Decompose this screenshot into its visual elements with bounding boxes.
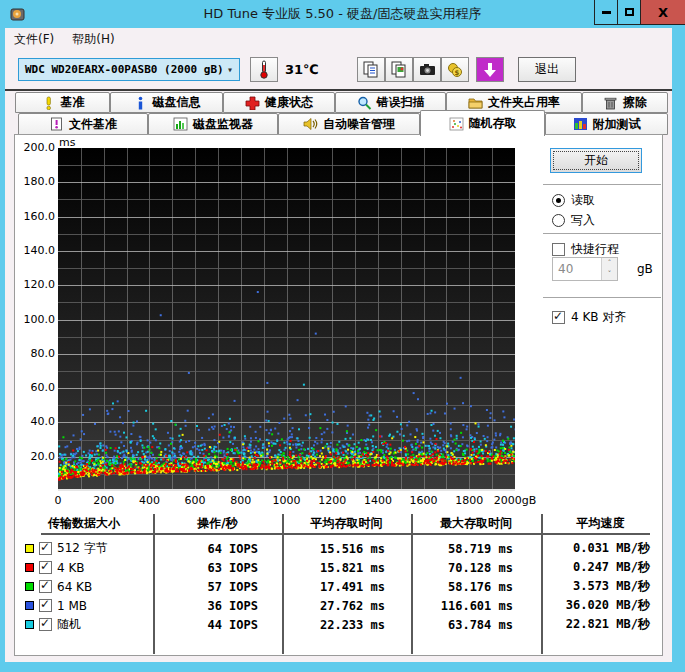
toolbar-separator	[5, 89, 672, 91]
write-radio-row[interactable]: 写入	[552, 212, 595, 229]
tab-erase[interactable]: 擦除	[582, 92, 668, 113]
avg-speed-value: 3.573 MB/秒	[541, 578, 660, 595]
copy-text-button[interactable]	[357, 57, 385, 82]
maximize-button[interactable]	[617, 0, 640, 25]
max-access-value: 58.176 ms	[411, 580, 541, 594]
minimize-icon	[602, 11, 611, 14]
start-button[interactable]: 开始	[550, 148, 642, 173]
col-header: 平均存取时间	[282, 512, 411, 532]
exit-button[interactable]: 退出	[518, 57, 576, 82]
tab-label: 基准	[61, 94, 85, 111]
save-button[interactable]: $	[441, 57, 469, 82]
series-color-swatch	[25, 601, 34, 610]
exclamation-icon	[41, 96, 56, 110]
close-icon: X	[658, 5, 668, 20]
avg-access-value: 15.516 ms	[282, 542, 411, 556]
tab-label: 附加测试	[593, 116, 641, 133]
tab-label: 磁盘信息	[153, 94, 201, 111]
results-table-rows: 512 字节 64 IOPS 15.516 ms 58.719 ms 0.031…	[15, 539, 660, 634]
avg-speed-value: 0.247 MB/秒	[541, 559, 660, 576]
series-label: 随机	[57, 616, 81, 633]
separator	[543, 184, 661, 185]
avg-access-value: 15.821 ms	[282, 561, 411, 575]
avg-speed-value: 36.020 MB/秒	[541, 597, 660, 614]
avg-access-value: 27.762 ms	[282, 599, 411, 613]
series-checkbox[interactable]	[39, 542, 52, 555]
avg-speed-value: 22.821 MB/秒	[541, 616, 660, 633]
y-tick-label: 200.0	[17, 141, 55, 154]
download-arrow-icon	[483, 62, 497, 78]
col-header: 传输数据大小	[15, 512, 153, 532]
series-label: 1 MB	[57, 599, 87, 613]
update-button[interactable]	[476, 57, 504, 82]
x-tick-label: 1800	[455, 494, 483, 507]
capacity-spinner[interactable]: 40 ˄ ˅	[552, 257, 618, 281]
avg-speed-value: 0.031 MB/秒	[541, 540, 660, 557]
minimize-button[interactable]	[594, 0, 617, 25]
screenshot-button[interactable]	[413, 57, 441, 82]
shortstroke-checkbox[interactable]	[552, 243, 565, 256]
align-row[interactable]: 4 KB 对齐	[552, 309, 626, 326]
max-access-value: 116.601 ms	[411, 599, 541, 613]
menubar: 文件(F) 帮助(H)	[5, 28, 672, 50]
x-tick-label: 1000	[273, 494, 301, 507]
thermometer-icon	[258, 60, 270, 79]
col-header: 最大存取时间	[411, 512, 541, 532]
max-access-value: 70.128 ms	[411, 561, 541, 575]
iops-value: 57 IOPS	[153, 580, 282, 594]
x-tick-label: 1200	[318, 494, 346, 507]
tab-aam[interactable]: 自动噪音管理	[278, 113, 420, 135]
table-row: 1 MB 36 IOPS 27.762 ms 116.601 ms 36.020…	[15, 596, 660, 615]
x-tick-label: 2000gB	[494, 494, 537, 507]
bar-chart-icon	[173, 117, 188, 131]
max-access-value: 58.719 ms	[411, 542, 541, 556]
x-tick-label: 800	[230, 494, 251, 507]
maximize-icon	[625, 8, 634, 16]
menu-file[interactable]: 文件(F)	[14, 31, 54, 48]
read-radio[interactable]	[552, 194, 565, 207]
tab-disk-monitor[interactable]: 磁盘监视器	[148, 113, 278, 135]
window-title: HD Tune 专业版 5.50 - 硬盘/固态硬盘实用程序	[0, 5, 685, 23]
shortstroke-row[interactable]: 快捷行程	[552, 241, 619, 258]
series-color-swatch	[25, 620, 34, 629]
spinner-down-icon[interactable]: ˅	[602, 269, 617, 280]
titlebar: HD Tune 专业版 5.50 - 硬盘/固态硬盘实用程序 X	[0, 0, 685, 28]
series-checkbox[interactable]	[39, 599, 52, 612]
tab-random-access[interactable]: 随机存取	[420, 110, 545, 136]
spinner-up-icon[interactable]: ˄	[602, 258, 617, 269]
tab-benchmark[interactable]: 基准	[15, 92, 110, 113]
tab-file-benchmark[interactable]: 文件基准	[18, 113, 148, 135]
table-row: 512 字节 64 IOPS 15.516 ms 58.719 ms 0.031…	[15, 539, 660, 558]
file-exclamation-icon	[49, 117, 64, 131]
random-access-chart	[58, 148, 515, 491]
iops-value: 63 IOPS	[153, 561, 282, 575]
y-tick-label: 20.0	[17, 450, 55, 463]
temperature-button[interactable]	[250, 57, 278, 82]
iops-value: 64 IOPS	[153, 542, 282, 556]
x-tick-label: 1600	[410, 494, 438, 507]
max-access-value: 63.784 ms	[411, 618, 541, 632]
series-checkbox[interactable]	[39, 561, 52, 574]
grid-chart-icon	[573, 117, 588, 131]
menu-help[interactable]: 帮助(H)	[72, 31, 114, 48]
close-button[interactable]: X	[640, 0, 685, 25]
window-controls: X	[594, 0, 685, 25]
tab-health[interactable]: 健康状态	[223, 92, 335, 113]
series-checkbox[interactable]	[39, 580, 52, 593]
trash-icon	[603, 96, 618, 110]
drive-select-dropdown[interactable]: WDC WD20EARX-00PASB0 (2000 gB) ▾	[18, 58, 240, 81]
series-checkbox[interactable]	[39, 618, 52, 631]
read-radio-row[interactable]: 读取	[552, 192, 595, 209]
copy-image-button[interactable]	[385, 57, 413, 82]
iops-value: 36 IOPS	[153, 599, 282, 613]
tab-label: 磁盘监视器	[193, 116, 253, 133]
align-checkbox[interactable]	[552, 311, 565, 324]
header-underline	[41, 533, 650, 535]
tab-disk-info[interactable]: 磁盘信息	[110, 92, 223, 113]
tab-extra-tests[interactable]: 附加测试	[545, 113, 668, 135]
tab-label: 错误扫描	[377, 94, 425, 111]
write-radio[interactable]	[552, 214, 565, 227]
shortstroke-label: 快捷行程	[571, 241, 619, 258]
capacity-value: 40	[553, 258, 601, 280]
tab-label: 文件基准	[69, 116, 117, 133]
